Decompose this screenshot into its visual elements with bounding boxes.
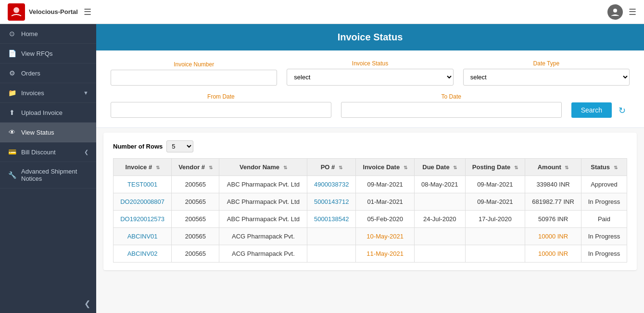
to-date-input[interactable] (341, 102, 562, 118)
table-cell: ACG Pharmapack Pvt. (219, 245, 307, 263)
rfqs-icon: 📄 (8, 50, 16, 57)
search-button[interactable]: Search (571, 102, 612, 118)
table-cell: 17-Jul-2020 (465, 211, 525, 228)
table-cell: 200565 (172, 193, 219, 211)
rows-label: Number of Rows (113, 143, 163, 150)
table-body: TEST0001200565ABC Pharmapack Pvt. Ltd490… (114, 176, 627, 263)
table-cell: 05-Feb-2020 (356, 211, 415, 228)
table-cell (307, 245, 356, 263)
col-status[interactable]: Status ⇅ (581, 159, 627, 176)
table-header: Invoice # ⇅ Vendor # ⇅ Vendor Name ⇅ PO … (114, 159, 627, 176)
sidebar-label-shipment: Advanced Shipment Notices (21, 168, 88, 182)
col-amount[interactable]: Amount ⇅ (525, 159, 581, 176)
filter-row-1: Invoice Number Invoice Status select App… (111, 60, 630, 86)
invoice-status-select[interactable]: select Approved In Progress Paid Rejecte… (287, 69, 453, 86)
col-po-num[interactable]: PO # ⇅ (307, 159, 356, 176)
col-vendor-name[interactable]: Vendor Name ⇅ (219, 159, 307, 176)
date-type-label: Date Type (463, 60, 630, 67)
table-cell: 08-May-2021 (415, 176, 466, 193)
app-title: Velocious-Portal (29, 8, 78, 15)
filter-row-2: From Date To Date Search ↻ (111, 93, 630, 118)
table-cell: 339840 INR (525, 176, 581, 193)
table-cell: In Progress (581, 228, 627, 245)
sidebar-label-home: Home (21, 30, 88, 38)
table-cell: 200565 (172, 228, 219, 245)
sidebar-collapse-button[interactable]: ❮ (0, 294, 96, 313)
table-cell: 09-Mar-2021 (465, 176, 525, 193)
table-row: ABCINV02200565ACG Pharmapack Pvt.11-May-… (114, 245, 627, 263)
table-row: DO2020008807200565ABC Pharmapack Pvt. Lt… (114, 193, 627, 211)
col-posting-date[interactable]: Posting Date ⇅ (465, 159, 525, 176)
table-cell: 09-Mar-2021 (356, 176, 415, 193)
sidebar-item-upload-invoice[interactable]: ⬆ Upload Invoice (0, 103, 96, 123)
rows-select[interactable]: 5 10 25 50 100 (166, 140, 193, 152)
table-cell: ACG Pharmapack Pvt. (219, 228, 307, 245)
view-status-icon: 👁 (8, 128, 16, 136)
col-invoice-num[interactable]: Invoice # ⇅ (114, 159, 172, 176)
sidebar-label-rfqs: View RFQs (21, 50, 88, 57)
right-menu[interactable]: ☰ (629, 7, 636, 17)
from-date-input[interactable] (111, 102, 331, 118)
sidebar-item-orders[interactable]: ⚙ Orders (0, 63, 96, 83)
table-cell[interactable]: 10000 INR (525, 245, 581, 263)
table-cell (465, 228, 525, 245)
table-row: ABCINV01200565ACG Pharmapack Pvt.10-May-… (114, 228, 627, 245)
table-row: TEST0001200565ABC Pharmapack Pvt. Ltd490… (114, 176, 627, 193)
sidebar-label-orders: Orders (21, 70, 88, 77)
sidebar-item-home[interactable]: ⊙ Home (0, 24, 96, 44)
main-layout: ⊙ Home 📄 View RFQs ⚙ Orders 📁 Invoices ▼… (0, 24, 644, 313)
table-cell (415, 228, 466, 245)
sidebar-item-view-status[interactable]: 👁 View Status (0, 123, 96, 142)
sidebar: ⊙ Home 📄 View RFQs ⚙ Orders 📁 Invoices ▼… (0, 24, 96, 313)
svg-point-1 (613, 9, 617, 13)
invoices-icon: 📁 (8, 89, 16, 97)
table-cell: ABC Pharmapack Pvt. Ltd (219, 176, 307, 193)
table-cell[interactable]: 5000143712 (307, 193, 356, 211)
search-controls: Search ↻ (571, 102, 630, 118)
table-cell[interactable]: 10-May-2021 (356, 228, 415, 245)
table-cell[interactable]: 5000138542 (307, 211, 356, 228)
sidebar-item-advanced-shipment[interactable]: 🔧 Advanced Shipment Notices (0, 162, 96, 188)
table-cell: Paid (581, 211, 627, 228)
table-cell[interactable]: 4900038732 (307, 176, 356, 193)
col-invoice-date[interactable]: Invoice Date ⇅ (356, 159, 415, 176)
invoice-number-group: Invoice Number (111, 61, 277, 86)
table-cell: In Progress (581, 193, 627, 211)
col-vendor-num[interactable]: Vendor # ⇅ (172, 159, 219, 176)
table-cell: In Progress (581, 245, 627, 263)
sidebar-label-bill-discount: Bill Discount (21, 149, 79, 156)
content-area: Invoice Status Invoice Number Invoice St… (96, 24, 644, 313)
header-row: Invoice # ⇅ Vendor # ⇅ Vendor Name ⇅ PO … (114, 159, 627, 176)
user-avatar[interactable] (607, 4, 623, 20)
sidebar-item-bill-discount[interactable]: 💳 Bill Discount ❮ (0, 142, 96, 162)
table-cell[interactable]: ABCINV02 (114, 245, 172, 263)
col-due-date[interactable]: Due Date ⇅ (415, 159, 466, 176)
table-cell[interactable]: TEST0001 (114, 176, 172, 193)
page-header: Invoice Status (96, 24, 644, 50)
refresh-button[interactable]: ↻ (615, 103, 630, 118)
logo-area: Velocious-Portal (8, 3, 78, 21)
table-cell: 24-Jul-2020 (415, 211, 466, 228)
upload-icon: ⬆ (8, 109, 16, 116)
table-cell[interactable]: DO2020008807 (114, 193, 172, 211)
table-cell: 09-Mar-2021 (465, 193, 525, 211)
sidebar-item-invoices[interactable]: 📁 Invoices ▼ (0, 83, 96, 103)
table-cell[interactable]: ABCINV01 (114, 228, 172, 245)
date-type-select[interactable]: select Invoice Date Due Date Posting Dat… (463, 69, 630, 86)
table-cell[interactable]: 11-May-2021 (356, 245, 415, 263)
bill-discount-chevron: ❮ (84, 149, 88, 155)
table-cell: 50976 INR (525, 211, 581, 228)
table-cell (415, 245, 466, 263)
sidebar-label-invoices: Invoices (21, 89, 78, 97)
table-cell[interactable]: DO1920012573 (114, 211, 172, 228)
navbar-left: Velocious-Portal ☰ (8, 3, 91, 21)
sidebar-item-view-rfqs[interactable]: 📄 View RFQs (0, 44, 96, 63)
invoice-number-label: Invoice Number (111, 61, 277, 68)
invoice-table: Invoice # ⇅ Vendor # ⇅ Vendor Name ⇅ PO … (113, 158, 627, 263)
navbar-right: ☰ (607, 4, 636, 20)
svg-point-0 (13, 7, 19, 13)
invoice-number-input[interactable] (111, 70, 277, 86)
table-cell[interactable]: 10000 INR (525, 228, 581, 245)
date-type-group: Date Type select Invoice Date Due Date P… (463, 60, 630, 86)
hamburger-menu[interactable]: ☰ (84, 7, 91, 17)
